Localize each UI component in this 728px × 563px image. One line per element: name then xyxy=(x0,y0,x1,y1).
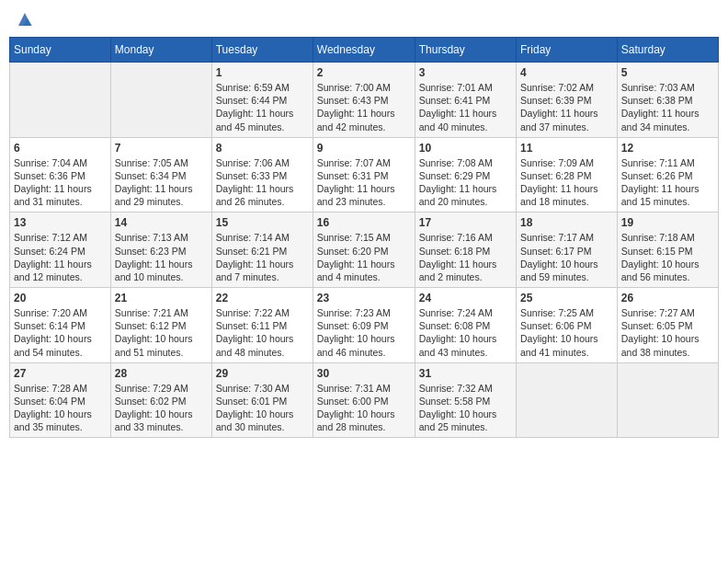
calendar-cell: 27Sunrise: 7:28 AMSunset: 6:04 PMDayligh… xyxy=(10,362,111,438)
calendar-cell: 18Sunrise: 7:17 AMSunset: 6:17 PMDayligh… xyxy=(516,213,617,288)
day-info: Sunrise: 7:23 AMSunset: 6:09 PMDaylight:… xyxy=(317,306,411,359)
day-info: Sunrise: 7:05 AMSunset: 6:34 PMDaylight:… xyxy=(115,156,208,209)
calendar-cell: 12Sunrise: 7:11 AMSunset: 6:26 PMDayligh… xyxy=(617,137,718,213)
week-row-1: 1Sunrise: 6:59 AMSunset: 6:44 PMDaylight… xyxy=(10,63,719,138)
calendar-cell: 21Sunrise: 7:21 AMSunset: 6:12 PMDayligh… xyxy=(110,288,211,363)
weekday-header-friday: Friday xyxy=(516,38,617,63)
calendar-cell: 2Sunrise: 7:00 AMSunset: 6:43 PMDaylight… xyxy=(313,63,415,138)
day-number: 14 xyxy=(115,216,208,229)
weekday-header-sunday: Sunday xyxy=(10,38,111,63)
day-number: 17 xyxy=(419,216,512,229)
calendar-cell: 14Sunrise: 7:13 AMSunset: 6:23 PMDayligh… xyxy=(110,213,211,288)
day-number: 23 xyxy=(317,292,411,304)
day-number: 8 xyxy=(216,142,309,155)
calendar-cell: 9Sunrise: 7:07 AMSunset: 6:31 PMDaylight… xyxy=(313,137,415,213)
day-number: 31 xyxy=(419,367,512,380)
calendar-cell: 4Sunrise: 7:02 AMSunset: 6:39 PMDaylight… xyxy=(516,63,617,138)
day-number: 12 xyxy=(621,142,714,155)
calendar-table: SundayMondayTuesdayWednesdayThursdayFrid… xyxy=(9,37,719,438)
calendar-cell: 20Sunrise: 7:20 AMSunset: 6:14 PMDayligh… xyxy=(10,288,111,363)
calendar-cell: 8Sunrise: 7:06 AMSunset: 6:33 PMDaylight… xyxy=(211,137,313,213)
day-number: 28 xyxy=(115,367,208,380)
calendar-cell xyxy=(10,63,111,138)
logo-icon xyxy=(15,9,35,29)
day-number: 7 xyxy=(115,142,208,155)
day-info: Sunrise: 6:59 AMSunset: 6:44 PMDaylight:… xyxy=(216,81,309,133)
day-number: 27 xyxy=(14,367,107,380)
week-row-3: 13Sunrise: 7:12 AMSunset: 6:24 PMDayligh… xyxy=(10,213,719,288)
day-number: 22 xyxy=(216,292,309,304)
calendar-cell: 15Sunrise: 7:14 AMSunset: 6:21 PMDayligh… xyxy=(211,213,313,288)
day-number: 26 xyxy=(621,292,714,304)
day-info: Sunrise: 7:21 AMSunset: 6:12 PMDaylight:… xyxy=(115,306,208,359)
calendar-cell: 17Sunrise: 7:16 AMSunset: 6:18 PMDayligh… xyxy=(415,213,516,288)
week-row-2: 6Sunrise: 7:04 AMSunset: 6:36 PMDaylight… xyxy=(10,137,719,213)
day-number: 24 xyxy=(419,292,512,304)
day-number: 25 xyxy=(520,292,613,304)
day-info: Sunrise: 7:17 AMSunset: 6:17 PMDaylight:… xyxy=(520,231,613,283)
day-number: 5 xyxy=(621,66,714,79)
day-number: 10 xyxy=(419,142,512,155)
day-number: 18 xyxy=(520,216,613,229)
logo xyxy=(13,9,35,29)
day-number: 1 xyxy=(216,66,309,79)
day-info: Sunrise: 7:16 AMSunset: 6:18 PMDaylight:… xyxy=(419,231,512,283)
day-info: Sunrise: 7:25 AMSunset: 6:06 PMDaylight:… xyxy=(520,306,613,359)
page-header xyxy=(9,9,719,29)
calendar-cell: 24Sunrise: 7:24 AMSunset: 6:08 PMDayligh… xyxy=(415,288,516,363)
calendar-cell xyxy=(617,362,718,438)
day-number: 20 xyxy=(14,292,107,304)
day-info: Sunrise: 7:18 AMSunset: 6:15 PMDaylight:… xyxy=(621,231,714,283)
day-info: Sunrise: 7:32 AMSunset: 5:58 PMDaylight:… xyxy=(419,382,512,434)
day-number: 29 xyxy=(216,367,309,380)
day-number: 19 xyxy=(621,216,714,229)
day-info: Sunrise: 7:22 AMSunset: 6:11 PMDaylight:… xyxy=(216,306,309,359)
weekday-header-row: SundayMondayTuesdayWednesdayThursdayFrid… xyxy=(10,38,719,63)
calendar-cell: 6Sunrise: 7:04 AMSunset: 6:36 PMDaylight… xyxy=(10,137,111,213)
weekday-header-tuesday: Tuesday xyxy=(211,38,313,63)
day-info: Sunrise: 7:12 AMSunset: 6:24 PMDaylight:… xyxy=(14,231,107,283)
day-info: Sunrise: 7:07 AMSunset: 6:31 PMDaylight:… xyxy=(317,156,411,209)
day-info: Sunrise: 7:30 AMSunset: 6:01 PMDaylight:… xyxy=(216,382,309,434)
day-number: 3 xyxy=(419,66,512,79)
day-number: 9 xyxy=(317,142,411,155)
day-number: 15 xyxy=(216,216,309,229)
calendar-cell: 7Sunrise: 7:05 AMSunset: 6:34 PMDaylight… xyxy=(110,137,211,213)
calendar-cell xyxy=(516,362,617,438)
day-info: Sunrise: 7:06 AMSunset: 6:33 PMDaylight:… xyxy=(216,156,309,209)
day-number: 13 xyxy=(14,216,107,229)
day-number: 4 xyxy=(520,66,613,79)
calendar-cell: 29Sunrise: 7:30 AMSunset: 6:01 PMDayligh… xyxy=(211,362,313,438)
calendar-cell: 23Sunrise: 7:23 AMSunset: 6:09 PMDayligh… xyxy=(313,288,415,363)
week-row-5: 27Sunrise: 7:28 AMSunset: 6:04 PMDayligh… xyxy=(10,362,719,438)
calendar-cell: 26Sunrise: 7:27 AMSunset: 6:05 PMDayligh… xyxy=(617,288,718,363)
calendar-cell xyxy=(110,63,211,138)
calendar-cell: 28Sunrise: 7:29 AMSunset: 6:02 PMDayligh… xyxy=(110,362,211,438)
day-info: Sunrise: 7:15 AMSunset: 6:20 PMDaylight:… xyxy=(317,231,411,283)
day-number: 21 xyxy=(115,292,208,304)
calendar-cell: 11Sunrise: 7:09 AMSunset: 6:28 PMDayligh… xyxy=(516,137,617,213)
weekday-header-wednesday: Wednesday xyxy=(313,38,415,63)
day-number: 16 xyxy=(317,216,411,229)
day-info: Sunrise: 7:08 AMSunset: 6:29 PMDaylight:… xyxy=(419,156,512,209)
calendar-cell: 1Sunrise: 6:59 AMSunset: 6:44 PMDaylight… xyxy=(211,63,313,138)
day-info: Sunrise: 7:01 AMSunset: 6:41 PMDaylight:… xyxy=(419,81,512,133)
day-info: Sunrise: 7:00 AMSunset: 6:43 PMDaylight:… xyxy=(317,81,411,133)
day-info: Sunrise: 7:02 AMSunset: 6:39 PMDaylight:… xyxy=(520,81,613,133)
day-info: Sunrise: 7:28 AMSunset: 6:04 PMDaylight:… xyxy=(14,382,107,434)
day-info: Sunrise: 7:09 AMSunset: 6:28 PMDaylight:… xyxy=(520,156,613,209)
day-info: Sunrise: 7:03 AMSunset: 6:38 PMDaylight:… xyxy=(621,81,714,133)
day-info: Sunrise: 7:14 AMSunset: 6:21 PMDaylight:… xyxy=(216,231,309,283)
calendar-cell: 5Sunrise: 7:03 AMSunset: 6:38 PMDaylight… xyxy=(617,63,718,138)
calendar-cell: 3Sunrise: 7:01 AMSunset: 6:41 PMDaylight… xyxy=(415,63,516,138)
day-info: Sunrise: 7:20 AMSunset: 6:14 PMDaylight:… xyxy=(14,306,107,359)
day-info: Sunrise: 7:29 AMSunset: 6:02 PMDaylight:… xyxy=(115,382,208,434)
week-row-4: 20Sunrise: 7:20 AMSunset: 6:14 PMDayligh… xyxy=(10,288,719,363)
day-info: Sunrise: 7:13 AMSunset: 6:23 PMDaylight:… xyxy=(115,231,208,283)
weekday-header-thursday: Thursday xyxy=(415,38,516,63)
day-number: 30 xyxy=(317,367,411,380)
weekday-header-saturday: Saturday xyxy=(617,38,718,63)
calendar-cell: 31Sunrise: 7:32 AMSunset: 5:58 PMDayligh… xyxy=(415,362,516,438)
day-number: 2 xyxy=(317,66,411,79)
calendar-cell: 25Sunrise: 7:25 AMSunset: 6:06 PMDayligh… xyxy=(516,288,617,363)
